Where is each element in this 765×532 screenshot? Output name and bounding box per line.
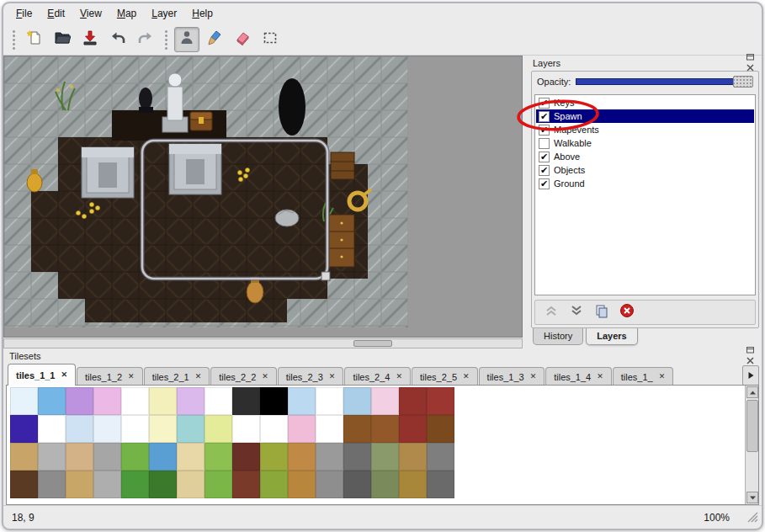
tile-3-11[interactable] — [316, 471, 343, 498]
tile-0-0[interactable] — [10, 387, 38, 415]
tileset-tab-tiles_1_1[interactable]: tiles_1_1✕ — [8, 364, 76, 386]
menu-edit[interactable]: Edit — [40, 5, 72, 22]
tile-3-5[interactable] — [149, 471, 177, 498]
tile-0-5[interactable] — [149, 387, 177, 415]
tile-1-3[interactable] — [93, 415, 121, 443]
tile-3-7[interactable] — [205, 471, 232, 498]
tile-2-11[interactable] — [316, 443, 343, 471]
close-tab-icon[interactable]: ✕ — [530, 373, 537, 380]
tile-2-2[interactable] — [66, 443, 93, 471]
tile-3-12[interactable] — [343, 471, 371, 498]
tileset-tab-tiles_2_2[interactable]: tiles_2_2✕ — [210, 367, 277, 386]
tile-2-9[interactable] — [260, 443, 288, 471]
tile-2-3[interactable] — [93, 443, 121, 471]
layer-row-ground[interactable]: ✔Ground — [536, 177, 754, 190]
layer-visibility-checkbox[interactable] — [539, 138, 550, 149]
tile-1-14[interactable] — [399, 415, 427, 443]
undo-button[interactable] — [105, 27, 130, 52]
tile-0-6[interactable] — [177, 387, 205, 415]
tile-3-3[interactable] — [93, 471, 121, 498]
tile-3-2[interactable] — [66, 471, 93, 498]
opacity-slider-track[interactable] — [576, 78, 753, 85]
selection-resize-handle[interactable] — [321, 272, 330, 280]
tile-0-4[interactable] — [121, 387, 149, 415]
tileset-tab-tiles_1_2[interactable]: tiles_1_2✕ — [77, 367, 143, 386]
layer-row-above[interactable]: ✔Above — [536, 150, 754, 163]
tile-1-5[interactable] — [149, 415, 177, 443]
layer-visibility-checkbox[interactable]: ✔ — [539, 111, 550, 122]
tile-1-12[interactable] — [343, 415, 371, 443]
new-file-button[interactable] — [22, 27, 47, 52]
scrollbar-thumb[interactable] — [353, 340, 392, 347]
map-canvas[interactable] — [4, 56, 408, 327]
tile-0-3[interactable] — [93, 387, 121, 415]
close-tab-icon[interactable]: ✕ — [61, 371, 67, 379]
raise-layer-button[interactable] — [542, 303, 560, 322]
tile-2-0[interactable] — [10, 443, 38, 471]
tile-2-12[interactable] — [343, 443, 371, 471]
close-tab-icon[interactable]: ✕ — [195, 373, 202, 380]
tile-3-4[interactable] — [121, 471, 149, 498]
layer-visibility-checkbox[interactable]: ✔ — [539, 152, 550, 162]
tile-0-1[interactable] — [38, 387, 66, 415]
menu-map[interactable]: Map — [109, 5, 144, 22]
close-tab-icon[interactable]: ✕ — [396, 373, 402, 380]
tile-3-8[interactable] — [232, 471, 260, 498]
menu-file[interactable]: File — [8, 5, 40, 22]
tile-0-13[interactable] — [371, 387, 399, 415]
tileset-tab-tiles_2_1[interactable]: tiles_2_1✕ — [144, 367, 210, 386]
close-tab-icon[interactable]: ✕ — [262, 373, 268, 380]
map-viewport[interactable] — [3, 56, 523, 338]
eraser-button[interactable] — [230, 27, 255, 52]
close-tab-icon[interactable]: ✕ — [659, 373, 666, 380]
tile-1-0[interactable] — [10, 415, 38, 443]
tile-1-15[interactable] — [427, 415, 454, 443]
rect-select-button[interactable] — [258, 27, 283, 52]
tile-0-11[interactable] — [316, 387, 343, 415]
layer-visibility-checkbox[interactable]: ✔ — [539, 98, 550, 109]
tileset-tab-tiles_1_3[interactable]: tiles_1_3✕ — [479, 367, 545, 386]
tile-0-12[interactable] — [343, 387, 371, 415]
tile-2-1[interactable] — [38, 443, 66, 471]
toolbar-drag-handle[interactable] — [12, 29, 16, 50]
close-tab-icon[interactable]: ✕ — [329, 373, 336, 380]
menu-view[interactable]: View — [72, 5, 109, 22]
float-panel-button[interactable] — [744, 52, 756, 63]
save-download-button[interactable] — [77, 27, 103, 52]
layer-row-objects[interactable]: ✔Objects — [536, 163, 754, 177]
tile-1-2[interactable] — [66, 415, 93, 443]
tile-2-15[interactable] — [427, 443, 454, 471]
resize-grip[interactable] — [747, 512, 758, 525]
tile-2-13[interactable] — [371, 443, 399, 471]
layer-row-keys[interactable]: ✔Keys — [536, 96, 754, 109]
toolbar-drag-handle[interactable] — [164, 29, 168, 50]
tile-3-6[interactable] — [177, 471, 205, 498]
paint-brush-button[interactable] — [202, 27, 227, 52]
tile-0-10[interactable] — [288, 387, 316, 415]
tile-3-13[interactable] — [371, 471, 399, 498]
tileset-tab-tiles_2_5[interactable]: tiles_2_5✕ — [412, 367, 478, 386]
layer-visibility-checkbox[interactable]: ✔ — [539, 178, 550, 189]
tile-2-6[interactable] — [177, 443, 205, 471]
tile-0-2[interactable] — [66, 387, 93, 415]
close-tab-icon[interactable]: ✕ — [128, 373, 135, 380]
open-folder-button[interactable] — [50, 27, 75, 52]
tile-2-10[interactable] — [288, 443, 316, 471]
float-panel-button[interactable] — [744, 345, 756, 356]
layer-row-mapevents[interactable]: ✔Mapevents — [536, 123, 754, 136]
layer-visibility-checkbox[interactable]: ✔ — [539, 125, 550, 136]
tile-2-14[interactable] — [399, 443, 427, 471]
tile-3-15[interactable] — [427, 471, 454, 498]
scroll-down-icon[interactable] — [746, 492, 758, 503]
opacity-slider-handle[interactable] — [733, 76, 753, 88]
tile-0-7[interactable] — [205, 387, 232, 415]
close-tab-icon[interactable]: ✕ — [597, 373, 603, 380]
tab-history[interactable]: History — [533, 328, 583, 345]
tile-3-9[interactable] — [260, 471, 288, 498]
scrollbar-thumb[interactable] — [746, 400, 758, 452]
tab-scroll-right-button[interactable] — [742, 365, 759, 386]
duplicate-layer-button[interactable] — [592, 303, 611, 322]
tile-1-11[interactable] — [316, 415, 343, 443]
tileset-tab-tiles_2_4[interactable]: tiles_2_4✕ — [344, 367, 411, 386]
tile-3-0[interactable] — [10, 471, 38, 498]
